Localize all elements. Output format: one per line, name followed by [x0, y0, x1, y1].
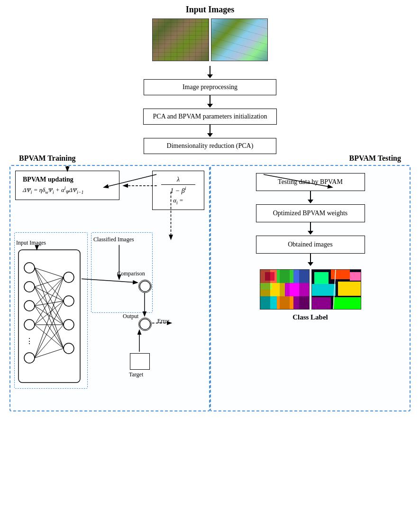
alpha-formula: λ 1 − βi — [161, 176, 195, 195]
svg-rect-47 — [260, 296, 277, 310]
target-box — [130, 353, 150, 370]
error-label: Error — [157, 318, 169, 325]
input-images-row — [152, 18, 268, 61]
svg-rect-58 — [333, 297, 361, 310]
svg-rect-50 — [265, 272, 274, 281]
svg-point-31 — [140, 281, 150, 292]
result-image-1 — [260, 269, 310, 310]
dim-reduction-box: Dimensionality reduction (PCA) — [144, 138, 276, 154]
svg-point-10 — [64, 343, 74, 354]
svg-rect-57 — [312, 297, 331, 310]
svg-rect-56 — [338, 282, 361, 296]
svg-rect-49 — [293, 296, 310, 310]
result-image-2 — [311, 269, 361, 310]
title-input-images: Input Images — [186, 5, 235, 15]
svg-rect-43 — [277, 270, 293, 283]
result-images-row — [260, 269, 361, 310]
section-label-row: BPVAM Training BPVAM Testing — [9, 154, 411, 163]
obtained-images-box: Obtained images — [256, 236, 365, 254]
bpvam-update-formula: ΔΨi = ηδwΨi + αiΨΔΨi−1 — [23, 185, 112, 195]
svg-rect-42 — [260, 270, 277, 283]
satellite-image-2 — [211, 18, 268, 61]
diagram-container: Input Images Image preprocessing PCA and… — [0, 0, 420, 511]
output-label: Output — [123, 313, 138, 320]
svg-rect-46 — [285, 283, 310, 296]
svg-rect-44 — [293, 270, 310, 283]
optimized-weights-box: Optimized BPVAM weights — [256, 204, 365, 222]
comparison-label: Comparison — [117, 270, 145, 277]
comparison-circle — [138, 280, 152, 293]
svg-point-9 — [64, 319, 74, 330]
svg-point-1 — [24, 263, 35, 273]
training-panel: BPVAM updating ΔΨi = ηδwΨi + αiΨΔΨi−1 λ … — [9, 165, 210, 411]
main-row: BPVAM updating ΔΨi = ηδwΨi + αiΨΔΨi−1 λ … — [9, 165, 411, 411]
section-label-testing: BPVAM Testing — [210, 154, 411, 163]
svg-point-2 — [24, 282, 35, 292]
svg-point-6 — [24, 353, 35, 363]
svg-rect-48 — [277, 296, 293, 310]
target-label: Target — [129, 371, 143, 378]
svg-rect-53 — [314, 272, 329, 284]
satellite-image-1 — [152, 18, 209, 61]
bpvam-update-title: BPVAM updating — [23, 176, 112, 183]
testing-data-box: Testing data by BPVAM — [256, 173, 365, 191]
output-circle — [138, 318, 152, 331]
svg-rect-51 — [260, 283, 272, 290]
svg-point-8 — [64, 296, 74, 306]
section-label-training: BPVAM Training — [9, 154, 210, 163]
pca-box: PCA and BPVAM parameters initialization — [143, 109, 277, 125]
svg-point-4 — [24, 319, 35, 330]
svg-rect-59 — [350, 272, 361, 281]
top-section: Input Images Image preprocessing PCA and… — [9, 5, 411, 154]
alpha-formula-box: λ 1 − βi αi = — [152, 171, 204, 210]
bpvam-update-box: BPVAM updating ΔΨi = ηδwΨi + αiΨΔΨi−1 — [15, 171, 119, 200]
neural-network-svg: ⋮ — [18, 249, 82, 386]
class-label: Class Label — [292, 313, 328, 321]
svg-rect-45 — [260, 283, 285, 296]
svg-point-7 — [64, 272, 74, 283]
svg-rect-54 — [331, 270, 350, 279]
preprocessing-box: Image preprocessing — [144, 79, 276, 95]
testing-panel: Testing data by BPVAM Optimized BPVAM we… — [210, 165, 411, 411]
svg-point-32 — [140, 319, 150, 329]
svg-rect-55 — [312, 284, 336, 296]
svg-text:⋮: ⋮ — [26, 337, 33, 345]
svg-point-3 — [24, 301, 35, 311]
